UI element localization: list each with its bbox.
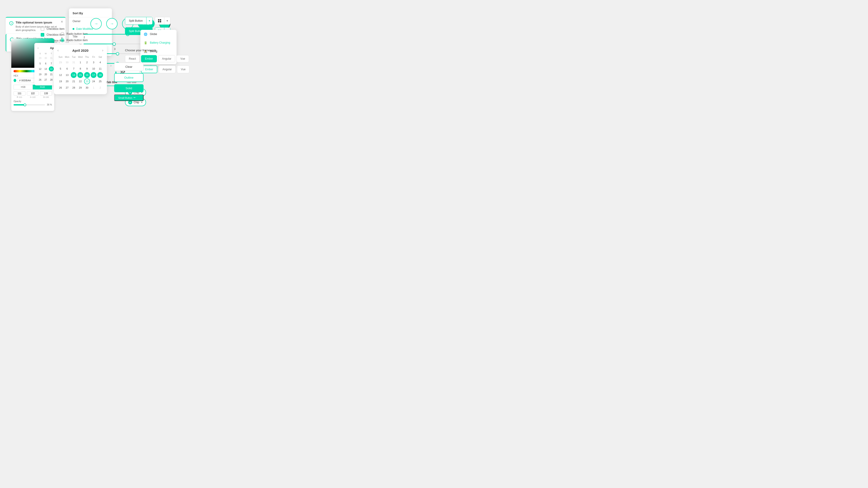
cal-lg-d18[interactable]: 18 bbox=[97, 72, 103, 78]
cal-lg-d16[interactable]: 16 bbox=[84, 72, 90, 78]
dropdown-item-globe[interactable]: 🌐 Globe bbox=[141, 30, 177, 38]
split-btn-arrow-1[interactable]: ▾ bbox=[147, 17, 152, 24]
cal-lg-d14[interactable]: 14 bbox=[71, 72, 76, 78]
cal-lg-d20[interactable]: 20 bbox=[64, 78, 70, 84]
split-icon-arrow-1[interactable]: ▾ bbox=[164, 17, 170, 24]
rgb-mode-btn[interactable]: RGB bbox=[33, 85, 52, 90]
opacity-value: 36 % bbox=[47, 103, 52, 106]
arrow-btn-2[interactable]: → bbox=[106, 18, 118, 29]
g-field: G 122 bbox=[27, 91, 39, 98]
cal-lg-d17[interactable]: 17 bbox=[91, 72, 96, 78]
cal-lg-d19[interactable]: 19 bbox=[58, 78, 64, 84]
split-btn-main-1[interactable]: Split Button bbox=[125, 17, 147, 24]
cal-lg-d22[interactable]: 22 bbox=[77, 78, 83, 84]
alert-close-1[interactable]: ✕ bbox=[61, 20, 63, 24]
cal-sm-d31p[interactable]: 31 bbox=[49, 56, 54, 61]
fw-ember-2[interactable]: Ember bbox=[141, 66, 157, 73]
arrow-btn-1[interactable]: → bbox=[90, 18, 102, 29]
cal-lg-d29[interactable]: 29 bbox=[77, 85, 83, 91]
cal-lg-d31p[interactable]: 31 bbox=[71, 59, 76, 65]
cal-lg-prev[interactable]: ‹ bbox=[57, 48, 59, 53]
cal-lg-d11[interactable]: 11 bbox=[97, 66, 103, 72]
cal-lg-next[interactable]: › bbox=[102, 48, 103, 53]
radio-circle-1[interactable] bbox=[61, 32, 64, 36]
cal-sm-d26[interactable]: 26 bbox=[37, 77, 42, 82]
cal-sm-d28[interactable]: 28 bbox=[49, 77, 54, 82]
cal-lg-d15[interactable]: 15 bbox=[77, 72, 83, 78]
opacity-bar: 36 % bbox=[13, 103, 52, 106]
slider-thumb-2[interactable] bbox=[113, 42, 116, 46]
checkbox-box-1[interactable] bbox=[41, 27, 44, 31]
cal-lg-d28[interactable]: 28 bbox=[71, 85, 76, 91]
cal-sm-d7[interactable]: 7 bbox=[49, 61, 54, 66]
r-field: R 111 bbox=[13, 91, 26, 98]
cal-lg-d21[interactable]: 21 bbox=[71, 78, 76, 84]
cal-lg-d1n[interactable]: 1 bbox=[91, 85, 96, 91]
cal-lg-d25[interactable]: 25 bbox=[97, 78, 103, 84]
fw-ember-1[interactable]: Ember bbox=[141, 55, 157, 62]
cal-lg-d7[interactable]: 7 bbox=[71, 66, 76, 72]
cal-lg-d30p[interactable]: 30 bbox=[64, 59, 70, 65]
cal-lg-d9[interactable]: 9 bbox=[84, 66, 90, 72]
checkbox-box-2[interactable]: — bbox=[41, 33, 44, 37]
cal-lg-dh-tue: Tue bbox=[71, 55, 77, 59]
cal-sm-d12[interactable]: 12 bbox=[37, 66, 42, 71]
cal-sm-d6[interactable]: 6 bbox=[43, 61, 48, 66]
r-label: R 111 bbox=[13, 96, 26, 98]
cal-lg-d3[interactable]: 3 bbox=[91, 59, 96, 65]
cal-sm-d27[interactable]: 27 bbox=[43, 77, 48, 82]
fw-angular-1[interactable]: Angular bbox=[158, 55, 175, 62]
cal-sm-d19[interactable]: 19 bbox=[37, 72, 42, 77]
opacity-track[interactable] bbox=[13, 104, 45, 105]
cal-lg-d12[interactable]: 12 bbox=[58, 72, 64, 78]
cal-lg-d27[interactable]: 27 bbox=[64, 85, 70, 91]
cal-lg-d29p[interactable]: 29 bbox=[58, 59, 64, 65]
fw-angular-2[interactable]: Angular bbox=[159, 66, 176, 73]
cal-sm-d21[interactable]: 21 bbox=[49, 72, 54, 77]
cal-lg-d8[interactable]: 8 bbox=[77, 66, 83, 72]
split-icon-main-1[interactable] bbox=[155, 17, 164, 24]
clear-button[interactable]: Clear bbox=[114, 63, 144, 71]
chip-close-2[interactable]: ✕ bbox=[141, 101, 143, 104]
b-input[interactable] bbox=[40, 91, 52, 96]
cal-sm-d5[interactable]: 5 bbox=[37, 61, 42, 66]
rgb-inputs: R 111 G 122 B 133 bbox=[11, 91, 54, 98]
cal-lg-d2n[interactable]: 2 bbox=[97, 85, 103, 91]
small-button[interactable]: Small Button ✏ bbox=[114, 94, 144, 101]
g-input[interactable] bbox=[27, 91, 39, 96]
outline-button[interactable]: Outline bbox=[114, 73, 144, 82]
cal-lg-d13[interactable]: 13 bbox=[64, 72, 70, 78]
fw-vue-2[interactable]: Vue bbox=[177, 66, 189, 73]
checkbox-item-1[interactable]: Checkbox item bbox=[41, 27, 64, 31]
cal-sm-d14[interactable]: 14 bbox=[49, 66, 54, 71]
cal-lg-grid: Sun Mon Tue Wed Thu Fri Sat 29 30 31 1 2… bbox=[57, 55, 103, 91]
cal-sm-d13[interactable]: 13 bbox=[43, 66, 48, 71]
cal-lg-d4[interactable]: 4 bbox=[97, 59, 103, 65]
checkbox-check-2: — bbox=[41, 34, 43, 36]
cal-lg-d6[interactable]: 6 bbox=[64, 66, 70, 72]
cal-sm-d20[interactable]: 20 bbox=[43, 72, 48, 77]
radio-circle-2[interactable] bbox=[61, 38, 64, 42]
cal-lg-d30[interactable]: 30 bbox=[84, 85, 90, 91]
small-button-label: Small Button bbox=[118, 96, 132, 99]
dropdown-item-battery[interactable]: 🔋 Battery Charging bbox=[141, 38, 177, 47]
opacity-label: Opacity bbox=[13, 100, 52, 103]
fw-vue-1[interactable]: Vue bbox=[177, 55, 189, 62]
cal-lg-d23[interactable]: 23 bbox=[84, 78, 90, 84]
dropdown-item-globe-label: Globe bbox=[150, 33, 157, 36]
r-input[interactable] bbox=[13, 91, 26, 96]
slider-thumb-3[interactable] bbox=[116, 52, 119, 55]
cal-lg-d2[interactable]: 2 bbox=[84, 59, 90, 65]
cal-sm-d29p[interactable]: 29 bbox=[37, 56, 42, 61]
cal-small-prev[interactable]: ‹ bbox=[37, 46, 39, 50]
fw-react-1[interactable]: React bbox=[125, 55, 140, 62]
cal-lg-d5[interactable]: 5 bbox=[58, 66, 64, 72]
cal-sm-d30p[interactable]: 30 bbox=[43, 56, 48, 61]
cal-lg-d10[interactable]: 10 bbox=[91, 66, 96, 72]
small-button-icon: ✏ bbox=[133, 96, 135, 99]
cal-lg-d1[interactable]: 1 bbox=[77, 59, 83, 65]
hsb-mode-btn[interactable]: HSB bbox=[13, 85, 33, 90]
cal-lg-d24[interactable]: 24 bbox=[91, 78, 96, 84]
solid-button[interactable]: Solid bbox=[114, 84, 144, 92]
cal-lg-d26[interactable]: 26 bbox=[58, 85, 64, 91]
